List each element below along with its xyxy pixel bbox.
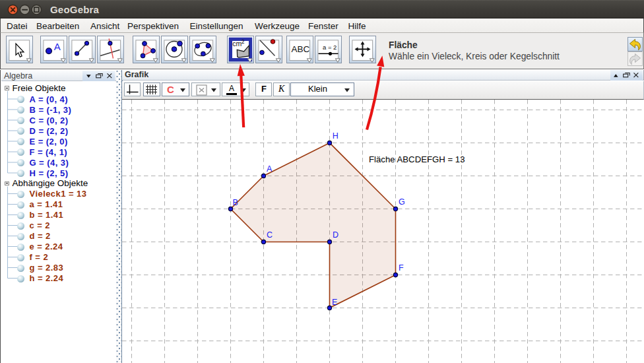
svg-text:A: A [267,164,273,174]
svg-text:H: H [333,131,338,141]
svg-text:B: B [233,198,238,207]
svg-text:E: E [332,298,337,307]
svg-text:A: A [54,41,61,52]
svg-text:D: D [333,230,338,240]
svg-text:ABC: ABC [292,44,310,54]
svg-text:C: C [267,230,273,240]
svg-text:F: F [399,263,404,273]
svg-text:cm: cm [232,40,242,48]
svg-text:a = 2: a = 2 [323,44,337,51]
svg-text:2: 2 [242,38,245,45]
svg-text:G: G [399,197,405,207]
svg-text:Fläche ABCDEFGH = 13: Fläche ABCDEFGH = 13 [369,154,465,164]
